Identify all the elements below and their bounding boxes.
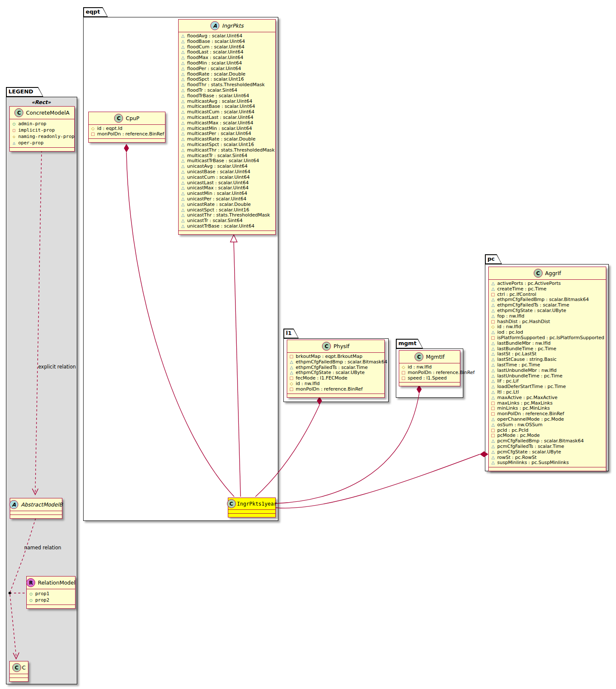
- member-text: monPolDn : reference.BinRef: [408, 370, 475, 376]
- member-text: suspMinlinks : pc.SuspMinlinks: [497, 460, 569, 466]
- class-members: □brkoutMap : eqpt.BrkoutMap△ethpmCfgFail…: [287, 352, 384, 394]
- class-relationmodel: R RelationModel ○prop1○prop2: [26, 576, 76, 609]
- class-badge-icon: A: [9, 500, 18, 509]
- diamond-icon: ◇: [401, 365, 406, 370]
- member-text: unicastBase : scalar.Uint64: [187, 169, 250, 175]
- member-text: id : nw.IfId: [296, 381, 320, 387]
- empty-compartment: [10, 511, 62, 515]
- member-row: □brkoutMap : eqpt.BrkoutMap: [289, 354, 382, 360]
- class-abstractmodelb: A AbstractModelB: [10, 498, 62, 519]
- triangle-icon: △: [180, 131, 185, 137]
- member-text: multicastSpct : scalar.Uint16: [187, 142, 254, 148]
- member-row: △ethpmCfgState : scalar.UByte: [490, 308, 604, 314]
- member-text: oper-prop: [18, 140, 44, 146]
- circle-icon: ○: [28, 597, 34, 603]
- member-text: naming-readonly-prop: [18, 133, 74, 140]
- triangle-icon: △: [490, 357, 496, 363]
- member-text: maxActive : pc.MaxActive: [497, 395, 557, 401]
- triangle-icon: △: [490, 460, 496, 466]
- circle-icon: ○: [11, 121, 17, 127]
- member-text: unicastPer : scalar.Uint64: [187, 197, 246, 202]
- empty-compartment: [399, 382, 460, 386]
- class-ingrpkts1year: C IngrPkts1year: [228, 498, 276, 517]
- square-icon: □: [11, 127, 17, 133]
- member-row: △unicastBase : scalar.Uint64: [180, 169, 273, 175]
- triangle-icon: △: [490, 287, 496, 292]
- class-badge-icon: C: [12, 663, 21, 672]
- package-eqpt-label: eqpt: [86, 8, 100, 15]
- member-text: lastTime : pc.Time: [497, 363, 540, 368]
- class-badge-icon: C: [322, 342, 331, 351]
- member-text: osSum : nw.OSSum: [497, 422, 543, 428]
- class-badge-icon: A: [210, 21, 219, 30]
- triangle-icon: △: [490, 314, 496, 319]
- class-header: R RelationModel: [27, 577, 75, 589]
- member-text: unicastMin : scalar.Uint64: [187, 191, 247, 197]
- class-badge-icon: C: [534, 269, 543, 278]
- triangle-icon: △: [180, 208, 185, 213]
- member-row: □monPolDn : reference.BinRef: [401, 370, 458, 376]
- triangle-icon: △: [490, 368, 496, 374]
- member-row: △floodMin : scalar.Uint64: [180, 61, 273, 66]
- member-row: △unicastTrBase : scalar.Uint64: [180, 224, 273, 229]
- class-members: △floodAvg : scalar.Uint64△floodBase : sc…: [179, 32, 275, 231]
- square-icon: □: [401, 376, 406, 381]
- square-icon: □: [490, 292, 496, 298]
- member-row: □speed : l1.Speed: [401, 376, 458, 381]
- member-row: △osSum : nw.OSSum: [490, 422, 604, 428]
- member-row: △fop : nw.IfId: [490, 314, 604, 319]
- member-text: pcmCfgState : scalar.UByte: [497, 450, 561, 455]
- triangle-icon: △: [180, 99, 185, 104]
- member-row: △multicastMax : scalar.Uint64: [180, 121, 273, 126]
- member-text: multicastThr : stats.ThresholdedMask: [187, 148, 274, 153]
- empty-compartment: [10, 147, 74, 151]
- member-row: △unicastPer : scalar.Uint64: [180, 197, 273, 202]
- triangle-icon: △: [180, 164, 185, 169]
- square-icon: □: [490, 428, 496, 433]
- member-text: ethpmCfgFailedBmp : scalar.Bitmask64: [296, 360, 387, 365]
- triangle-icon: △: [180, 115, 185, 121]
- triangle-icon: △: [490, 390, 496, 395]
- triangle-icon: △: [490, 303, 496, 308]
- triangle-icon: △: [490, 444, 496, 450]
- triangle-icon: △: [180, 77, 185, 82]
- member-row: △oper-prop: [11, 140, 72, 146]
- triangle-icon: △: [180, 175, 185, 180]
- member-text: id : eqpt.Id: [97, 126, 123, 132]
- triangle-icon: △: [180, 191, 185, 197]
- member-text: lastUnbundleMbr : nw.IfId: [497, 368, 557, 374]
- empty-compartment: [10, 674, 28, 678]
- triangle-icon: △: [11, 140, 17, 146]
- member-text: pcmCfgFailedBmp : scalar.Bitmask64: [497, 439, 584, 444]
- class-header: C AggrIf: [489, 267, 606, 279]
- member-text: monPolDn : reference.BinRef: [97, 132, 164, 137]
- class-name: AbstractModelB: [21, 501, 63, 508]
- triangle-icon: △: [180, 66, 185, 72]
- triangle-icon: △: [289, 370, 294, 376]
- triangle-icon: △: [289, 360, 294, 365]
- member-text: multicastLast : scalar.Uint64: [187, 115, 253, 121]
- member-text: ethpmCfgState : scalar.UByte: [497, 308, 566, 314]
- member-text: id : nw.IfId: [408, 365, 432, 370]
- member-row: △pcmCfgFailedTs : scalar.Time: [490, 444, 604, 450]
- member-row: □isPlatformSupported : pc.IsPlatformSupp…: [490, 335, 604, 341]
- triangle-icon: △: [180, 82, 185, 88]
- triangle-icon: △: [490, 450, 496, 455]
- triangle-icon: △: [490, 308, 496, 314]
- triangle-icon: △: [490, 395, 496, 401]
- member-text: admin-prop: [18, 121, 46, 127]
- class-name: PhysIf: [333, 343, 349, 349]
- class-header: A AbstractModelB: [10, 498, 62, 511]
- package-legend-label: LEGEND: [8, 88, 33, 95]
- member-text: brkoutMap : eqpt.BrkoutMap: [296, 354, 362, 360]
- empty-compartment: [89, 138, 165, 142]
- member-row: △suspMinlinks : pc.SuspMinlinks: [490, 460, 604, 466]
- class-header: C MgmtIf: [399, 351, 460, 363]
- triangle-icon: △: [180, 186, 185, 191]
- triangle-icon: △: [490, 363, 496, 368]
- class-name: RelationModel: [38, 579, 75, 586]
- member-row: △floodTr : scalar.Sint64: [180, 88, 273, 93]
- class-aggrif: C AggrIf △activePorts : pc.ActivePorts△c…: [488, 267, 606, 471]
- class-name: ConcreteModelA: [26, 110, 69, 116]
- class-members: ◇id : nw.IfId□monPolDn : reference.BinRe…: [399, 363, 460, 382]
